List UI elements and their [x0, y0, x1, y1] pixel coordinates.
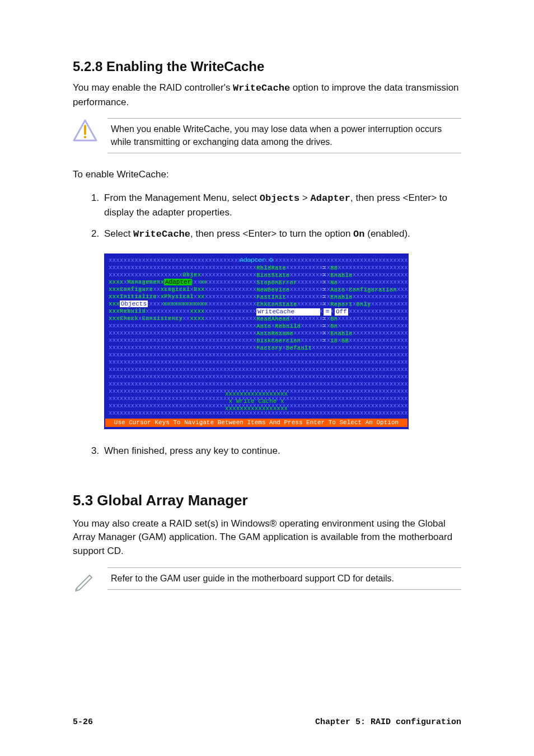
bios-popup-label: x Write Cache x — [225, 398, 288, 405]
bios-prop-key: ChkConState — [256, 301, 318, 308]
bios-prop-row: WriteCache=Off — [256, 308, 397, 316]
bios-prop-key: DiskCoercion — [256, 337, 318, 345]
info-note: Refer to the GAM user guide in the mothe… — [73, 567, 461, 592]
svg-point-2 — [84, 136, 86, 138]
bios-left-menu: Objex xxxx ManagemenxAdapter xx xxxConfi… — [109, 271, 207, 322]
step1-b: > — [299, 192, 310, 203]
bios-screenshot: xxxxxxxxxxxxxxxxxxxxxxxxxxxxxxxxxxxxxxxx… — [104, 253, 409, 429]
bios-prop-row: AutoResume=Enable — [256, 330, 397, 337]
chapter-label: Chapter 5: RAID configuration — [315, 717, 461, 727]
bios-popup-bottom: xxxxxxxxxxxxxxxxx — [225, 405, 288, 412]
step-2: Select WriteCache, then press <Enter> to… — [102, 227, 461, 242]
menu-adapter-highlight: Adapter — [164, 279, 192, 285]
menu-objects-highlight: Objects — [120, 300, 148, 307]
step2-a: Select — [104, 228, 133, 239]
bios-title: Adapter 0 — [105, 257, 407, 264]
info-note-text: Refer to the GAM user guide in the mothe… — [107, 567, 461, 590]
bios-prop-eq: = — [321, 287, 327, 294]
bios-prop-key: WriteCache — [256, 308, 320, 316]
bios-prop-row: ReadAhead=On — [256, 316, 397, 323]
bios-prop-key: FastInit — [256, 294, 318, 301]
bios-prop-eq: = — [321, 279, 327, 287]
bios-prop-key: RbldRate — [256, 265, 318, 272]
menu-rebuild: xxxRebuild xxxx — [109, 308, 207, 315]
bios-prop-row: Factory Default — [256, 345, 397, 352]
bios-popup: xxxxxxxxxxxxxxxxx x Write Cache x xxxxxx… — [225, 391, 288, 412]
bios-helpbar: Use Cursor Keys To Navigate Between Item… — [105, 419, 407, 427]
page-number: 5-26 — [73, 717, 93, 727]
bios-prop-row: ChkConState=Report Only — [256, 301, 397, 308]
bios-prop-eq: = — [321, 272, 327, 279]
bios-prop-key: AutoResume — [256, 330, 318, 337]
warning-triangle-icon — [73, 118, 97, 143]
document-page: 5.2.8 Enabling the WriteCache You may en… — [0, 0, 534, 756]
warning-note: When you enable WriteCache, you may lose… — [73, 118, 461, 153]
bios-prop-value: Enable — [330, 272, 353, 279]
bios-prop-value: Report Only — [330, 301, 371, 308]
bios-prop-eq: = — [321, 316, 327, 323]
bios-prop-eq: = — [321, 330, 327, 337]
bios-prop-row: NewDevice=Auto Configuration — [256, 287, 397, 294]
bios-prop-value: Off — [335, 308, 348, 316]
bios-prop-value: Enable — [330, 330, 353, 337]
bios-prop-value: On — [330, 316, 338, 323]
section53-body: You may also create a RAID set(s) in Win… — [73, 517, 461, 558]
bios-prop-row: DiskCoercion=10 GB — [256, 337, 397, 345]
bios-prop-key: ReadAhead — [256, 316, 318, 323]
bios-prop-row: FastInit=Enable — [256, 294, 397, 301]
lead-text: To enable WriteCache: — [73, 168, 461, 182]
bios-prop-key: Auto Rebuild — [256, 323, 318, 330]
menu-objects: xxxObjects xxxxxxxxxxxx — [109, 300, 207, 308]
bios-prop-eq: = — [321, 265, 327, 272]
bios-prop-eq: = — [321, 337, 327, 345]
step1-m2: Adapter — [311, 193, 350, 204]
bios-properties-column: RbldRate=80BiosState=EnableStopOnError=N… — [256, 265, 397, 352]
bios-prop-value: 80 — [330, 265, 338, 272]
bios-prop-value: Auto Configuration — [330, 287, 397, 294]
step2-m2: On — [353, 229, 364, 240]
intro-pre: You may enable the RAID controller's — [73, 82, 233, 93]
bios-prop-value: 10 GB — [330, 337, 349, 345]
step2-c: (enabled). — [365, 228, 410, 239]
bios-prop-row: StopOnError=No — [256, 279, 397, 287]
step-1: From the Management Menu, select Objects… — [102, 191, 461, 220]
bios-prop-eq: = — [321, 301, 327, 308]
bios-prop-row: Auto Rebuild=On — [256, 323, 397, 330]
step1-m1: Objects — [260, 193, 299, 204]
bios-prop-value: On — [330, 323, 338, 330]
pencil-icon — [73, 567, 97, 592]
bios-prop-value: Enable — [330, 294, 353, 301]
steps-list: From the Management Menu, select Objects… — [73, 191, 461, 242]
page-footer: 5-26 Chapter 5: RAID configuration — [73, 717, 461, 727]
bios-prop-key: BiosState — [256, 272, 318, 279]
bios-prop-row: BiosState=Enable — [256, 272, 397, 279]
bios-popup-top: xxxxxxxxxxxxxxxxx — [225, 391, 288, 398]
step-3: When finished, press any key to continue… — [102, 444, 461, 458]
step1-a: From the Management Menu, select — [104, 192, 260, 203]
bios-prop-key: Factory Default — [256, 345, 318, 352]
intro-paragraph: You may enable the RAID controller's Wri… — [73, 81, 461, 109]
heading-53: 5.3 Global Array Manager — [73, 492, 461, 509]
bios-prop-row: RbldRate=80 — [256, 265, 397, 272]
steps-list-continued: When finished, press any key to continue… — [73, 444, 461, 458]
intro-mono: WriteCache — [233, 83, 290, 93]
bios-prop-eq: = — [321, 294, 327, 301]
bios-prop-eq: = — [321, 323, 327, 330]
warning-text: When you enable WriteCache, you may lose… — [107, 118, 461, 153]
menu-management: xxxx ManagemenxAdapter xx — [109, 279, 207, 286]
bios-prop-key: NewDevice — [256, 287, 318, 294]
menu-check: xxxCheck Consistency xxxx — [109, 315, 207, 322]
bios-prop-eq: = — [324, 308, 331, 316]
step2-b: , then press <Enter> to turn the option — [190, 228, 353, 239]
step2-m1: WriteCache — [133, 229, 190, 240]
bios-prop-key: StopOnError — [256, 279, 318, 287]
heading-528: 5.2.8 Enabling the WriteCache — [73, 59, 461, 74]
menu-configure: xxxConfigure xLogical Dxx — [109, 286, 207, 293]
bios-prop-value: No — [330, 279, 338, 287]
menu-initialize: xxxInitialize xPhysical xx — [109, 293, 207, 300]
menu-obje: Objex — [109, 271, 207, 279]
